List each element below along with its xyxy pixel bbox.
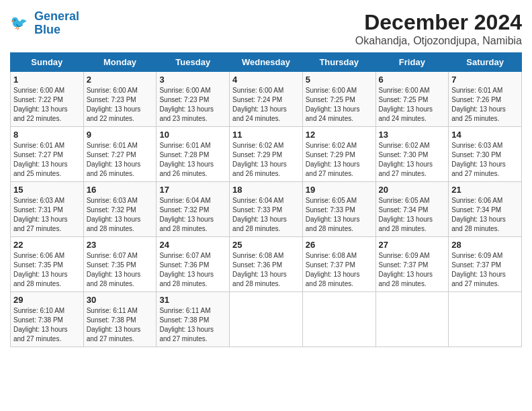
- day-number: 7: [451, 75, 519, 85]
- logo-line1: General: [34, 9, 79, 23]
- calendar-cell: 9Sunrise: 6:01 AMSunset: 7:27 PMDaylight…: [83, 127, 157, 182]
- weekday-header-saturday: Saturday: [449, 53, 522, 72]
- day-info: Sunrise: 6:06 AMSunset: 7:34 PMDaylight:…: [451, 196, 519, 234]
- weekday-header-row: SundayMondayTuesdayWednesdayThursdayFrid…: [11, 53, 522, 72]
- day-number: 5: [306, 75, 373, 85]
- calendar-cell: 29Sunrise: 6:10 AMSunset: 7:38 PMDayligh…: [11, 292, 84, 347]
- day-info: Sunrise: 6:09 AMSunset: 7:37 PMDaylight:…: [379, 251, 446, 289]
- day-number: 23: [87, 240, 154, 250]
- day-info: Sunrise: 6:11 AMSunset: 7:38 PMDaylight:…: [87, 306, 154, 344]
- calendar-cell: 2Sunrise: 6:00 AMSunset: 7:23 PMDaylight…: [83, 72, 157, 127]
- day-info: Sunrise: 6:08 AMSunset: 7:37 PMDaylight:…: [306, 251, 373, 289]
- calendar-cell: 25Sunrise: 6:08 AMSunset: 7:36 PMDayligh…: [230, 237, 303, 292]
- day-info: Sunrise: 6:04 AMSunset: 7:33 PMDaylight:…: [232, 196, 300, 234]
- calendar-cell: 12Sunrise: 6:02 AMSunset: 7:29 PMDayligh…: [302, 127, 375, 182]
- calendar-cell: 27Sunrise: 6:09 AMSunset: 7:37 PMDayligh…: [375, 237, 449, 292]
- weekday-header-thursday: Thursday: [302, 53, 375, 72]
- weekday-header-sunday: Sunday: [11, 53, 84, 72]
- day-info: Sunrise: 6:06 AMSunset: 7:35 PMDaylight:…: [13, 251, 81, 289]
- day-number: 27: [379, 240, 446, 250]
- day-info: Sunrise: 6:00 AMSunset: 7:25 PMDaylight:…: [379, 86, 446, 124]
- day-number: 8: [13, 130, 81, 140]
- day-number: 13: [379, 130, 446, 140]
- logo: 🐦 General Blue: [10, 10, 79, 37]
- calendar-cell: 21Sunrise: 6:06 AMSunset: 7:34 PMDayligh…: [449, 182, 522, 237]
- day-number: 19: [306, 185, 373, 195]
- calendar-cell: 20Sunrise: 6:05 AMSunset: 7:34 PMDayligh…: [375, 182, 449, 237]
- day-info: Sunrise: 6:00 AMSunset: 7:23 PMDaylight:…: [159, 86, 226, 124]
- calendar-cell: 26Sunrise: 6:08 AMSunset: 7:37 PMDayligh…: [302, 237, 375, 292]
- day-info: Sunrise: 6:09 AMSunset: 7:37 PMDaylight:…: [451, 251, 519, 289]
- calendar-week-row: 15Sunrise: 6:03 AMSunset: 7:31 PMDayligh…: [11, 182, 522, 237]
- calendar-cell: 11Sunrise: 6:02 AMSunset: 7:29 PMDayligh…: [230, 127, 303, 182]
- calendar-cell: 8Sunrise: 6:01 AMSunset: 7:27 PMDaylight…: [11, 127, 84, 182]
- calendar-cell: 3Sunrise: 6:00 AMSunset: 7:23 PMDaylight…: [157, 72, 230, 127]
- day-number: 6: [379, 75, 446, 85]
- calendar-cell: 10Sunrise: 6:01 AMSunset: 7:28 PMDayligh…: [157, 127, 230, 182]
- day-info: Sunrise: 6:00 AMSunset: 7:22 PMDaylight:…: [13, 86, 81, 124]
- day-number: 22: [13, 240, 81, 250]
- day-info: Sunrise: 6:02 AMSunset: 7:29 PMDaylight:…: [306, 141, 373, 179]
- calendar-cell: 6Sunrise: 6:00 AMSunset: 7:25 PMDaylight…: [375, 72, 449, 127]
- calendar-table: SundayMondayTuesdayWednesdayThursdayFrid…: [10, 52, 522, 347]
- logo-text: General Blue: [34, 10, 79, 37]
- calendar-cell: [375, 292, 449, 347]
- day-info: Sunrise: 6:07 AMSunset: 7:35 PMDaylight:…: [87, 251, 154, 289]
- logo-icon: 🐦: [10, 13, 32, 34]
- day-info: Sunrise: 6:01 AMSunset: 7:27 PMDaylight:…: [87, 141, 154, 179]
- day-number: 3: [159, 75, 226, 85]
- calendar-cell: 4Sunrise: 6:00 AMSunset: 7:24 PMDaylight…: [230, 72, 303, 127]
- calendar-cell: 14Sunrise: 6:03 AMSunset: 7:30 PMDayligh…: [449, 127, 522, 182]
- day-info: Sunrise: 6:00 AMSunset: 7:23 PMDaylight:…: [87, 86, 154, 124]
- day-info: Sunrise: 6:02 AMSunset: 7:29 PMDaylight:…: [232, 141, 300, 179]
- day-number: 2: [87, 75, 154, 85]
- day-number: 1: [13, 75, 81, 85]
- page-header: 🐦 General Blue December 2024 Okahandja, …: [10, 10, 522, 47]
- calendar-cell: 15Sunrise: 6:03 AMSunset: 7:31 PMDayligh…: [11, 182, 84, 237]
- day-number: 15: [13, 185, 81, 195]
- weekday-header-monday: Monday: [83, 53, 157, 72]
- calendar-cell: 30Sunrise: 6:11 AMSunset: 7:38 PMDayligh…: [83, 292, 157, 347]
- day-number: 28: [451, 240, 519, 250]
- day-number: 11: [232, 130, 300, 140]
- day-info: Sunrise: 6:02 AMSunset: 7:30 PMDaylight:…: [379, 141, 446, 179]
- day-number: 31: [159, 295, 226, 305]
- title-block: December 2024 Okahandja, Otjozondjupa, N…: [355, 10, 522, 47]
- calendar-cell: 24Sunrise: 6:07 AMSunset: 7:36 PMDayligh…: [157, 237, 230, 292]
- calendar-cell: 16Sunrise: 6:03 AMSunset: 7:32 PMDayligh…: [83, 182, 157, 237]
- svg-text:🐦: 🐦: [10, 14, 28, 32]
- day-info: Sunrise: 6:07 AMSunset: 7:36 PMDaylight:…: [159, 251, 226, 289]
- calendar-cell: [302, 292, 375, 347]
- day-number: 25: [232, 240, 300, 250]
- calendar-week-row: 22Sunrise: 6:06 AMSunset: 7:35 PMDayligh…: [11, 237, 522, 292]
- day-number: 18: [232, 185, 300, 195]
- day-info: Sunrise: 6:05 AMSunset: 7:34 PMDaylight:…: [379, 196, 446, 234]
- calendar-cell: 7Sunrise: 6:01 AMSunset: 7:26 PMDaylight…: [449, 72, 522, 127]
- calendar-cell: 18Sunrise: 6:04 AMSunset: 7:33 PMDayligh…: [230, 182, 303, 237]
- calendar-title: December 2024: [355, 10, 522, 35]
- day-number: 12: [306, 130, 373, 140]
- day-number: 20: [379, 185, 446, 195]
- day-info: Sunrise: 6:03 AMSunset: 7:30 PMDaylight:…: [451, 141, 519, 179]
- day-number: 30: [87, 295, 154, 305]
- calendar-week-row: 1Sunrise: 6:00 AMSunset: 7:22 PMDaylight…: [11, 72, 522, 127]
- calendar-cell: 31Sunrise: 6:11 AMSunset: 7:38 PMDayligh…: [157, 292, 230, 347]
- weekday-header-friday: Friday: [375, 53, 449, 72]
- day-number: 24: [159, 240, 226, 250]
- day-number: 9: [87, 130, 154, 140]
- day-info: Sunrise: 6:01 AMSunset: 7:27 PMDaylight:…: [13, 141, 81, 179]
- day-number: 4: [232, 75, 300, 85]
- weekday-header-wednesday: Wednesday: [230, 53, 303, 72]
- day-number: 17: [159, 185, 226, 195]
- calendar-cell: [449, 292, 522, 347]
- day-info: Sunrise: 6:00 AMSunset: 7:25 PMDaylight:…: [306, 86, 373, 124]
- day-info: Sunrise: 6:03 AMSunset: 7:31 PMDaylight:…: [13, 196, 81, 234]
- day-number: 26: [306, 240, 373, 250]
- calendar-cell: 28Sunrise: 6:09 AMSunset: 7:37 PMDayligh…: [449, 237, 522, 292]
- day-info: Sunrise: 6:04 AMSunset: 7:32 PMDaylight:…: [159, 196, 226, 234]
- day-info: Sunrise: 6:11 AMSunset: 7:38 PMDaylight:…: [159, 306, 226, 344]
- calendar-subtitle: Okahandja, Otjozondjupa, Namibia: [355, 35, 522, 47]
- calendar-week-row: 8Sunrise: 6:01 AMSunset: 7:27 PMDaylight…: [11, 127, 522, 182]
- calendar-cell: 23Sunrise: 6:07 AMSunset: 7:35 PMDayligh…: [83, 237, 157, 292]
- calendar-cell: 17Sunrise: 6:04 AMSunset: 7:32 PMDayligh…: [157, 182, 230, 237]
